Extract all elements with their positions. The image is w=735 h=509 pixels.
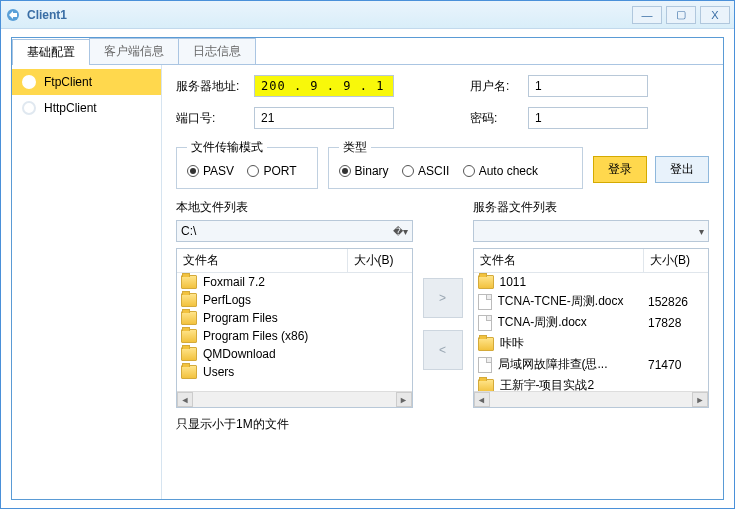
remote-listbox[interactable]: 文件名 大小(B) 1011TCNA-TCNE-周测.docx152826TCN… bbox=[473, 248, 710, 408]
folder-icon bbox=[181, 311, 197, 325]
window-controls: — ▢ X bbox=[632, 6, 730, 24]
port-input[interactable] bbox=[254, 107, 394, 129]
list-item[interactable]: Foxmail 7.2 bbox=[177, 273, 412, 291]
upload-button[interactable]: > bbox=[423, 278, 463, 318]
radio-icon bbox=[187, 165, 199, 177]
item-size: 71470 bbox=[648, 358, 704, 372]
options-row: 文件传输模式 PASV PORT 类型 Binary ASCII Auto ch… bbox=[176, 139, 709, 189]
radio-ascii[interactable]: ASCII bbox=[402, 164, 449, 178]
list-item[interactable]: 1011 bbox=[474, 273, 709, 291]
col-size[interactable]: 大小(B) bbox=[348, 249, 412, 272]
list-item[interactable]: Program Files bbox=[177, 309, 412, 327]
sidebar: FtpClient HttpClient bbox=[12, 65, 162, 499]
list-item[interactable]: QMDownload bbox=[177, 345, 412, 363]
list-item[interactable]: Users bbox=[177, 363, 412, 381]
sidebar-item-label: HttpClient bbox=[44, 101, 97, 115]
list-item[interactable]: 局域网故障排查(思...71470 bbox=[474, 354, 709, 375]
password-input[interactable] bbox=[528, 107, 648, 129]
close-button[interactable]: X bbox=[700, 6, 730, 24]
remote-file-panel: 服务器文件列表 ▾ 文件名 大小(B) 1011TCNA-TCNE-周测 bbox=[473, 199, 710, 408]
item-name: QMDownload bbox=[203, 347, 352, 361]
auth-buttons: 登录 登出 bbox=[593, 156, 709, 189]
sidebar-item-ftpclient[interactable]: FtpClient bbox=[12, 69, 161, 95]
folder-icon bbox=[181, 293, 197, 307]
chevron-down-icon: �▾ bbox=[393, 226, 408, 237]
content-area: 基础配置 客户端信息 日志信息 FtpClient HttpClient bbox=[1, 29, 734, 508]
tab-log-info[interactable]: 日志信息 bbox=[178, 38, 256, 64]
item-name: 咔咔 bbox=[500, 335, 649, 352]
folder-icon bbox=[478, 275, 494, 289]
remote-rows: 1011TCNA-TCNE-周测.docx152826TCNA-周测.docx1… bbox=[474, 273, 709, 396]
folder-icon bbox=[181, 347, 197, 361]
tab-client-info[interactable]: 客户端信息 bbox=[89, 38, 179, 64]
horizontal-scrollbar[interactable]: ◄ ► bbox=[177, 391, 412, 407]
footer-note: 只显示小于1M的文件 bbox=[176, 416, 709, 433]
sidebar-item-httpclient[interactable]: HttpClient bbox=[12, 95, 161, 121]
list-item[interactable]: TCNA-周测.docx17828 bbox=[474, 312, 709, 333]
label-server: 服务器地址: bbox=[176, 78, 246, 95]
login-button[interactable]: 登录 bbox=[593, 156, 647, 183]
local-listbox[interactable]: 文件名 大小(B) Foxmail 7.2PerfLogsProgram Fil… bbox=[176, 248, 413, 408]
radio-icon bbox=[339, 165, 351, 177]
item-size: 152826 bbox=[648, 295, 704, 309]
body: FtpClient HttpClient 服务器地址: 用户名: bbox=[12, 65, 723, 499]
tab-basic-config[interactable]: 基础配置 bbox=[12, 39, 90, 65]
folder-icon bbox=[181, 329, 197, 343]
scroll-left-icon[interactable]: ◄ bbox=[177, 392, 193, 407]
chevron-down-icon: ▾ bbox=[699, 226, 704, 237]
server-address-input[interactable] bbox=[254, 75, 394, 97]
list-header: 文件名 大小(B) bbox=[474, 249, 709, 273]
item-name: Program Files bbox=[203, 311, 352, 325]
item-name: 1011 bbox=[500, 275, 649, 289]
list-item[interactable]: TCNA-TCNE-周测.docx152826 bbox=[474, 291, 709, 312]
item-name: Program Files (x86) bbox=[203, 329, 352, 343]
chevron-right-icon: > bbox=[439, 291, 446, 305]
list-item[interactable]: 咔咔 bbox=[474, 333, 709, 354]
list-header: 文件名 大小(B) bbox=[177, 249, 412, 273]
scroll-left-icon[interactable]: ◄ bbox=[474, 392, 490, 407]
app-icon bbox=[5, 7, 21, 23]
list-item[interactable]: Program Files (x86) bbox=[177, 327, 412, 345]
titlebar[interactable]: Client1 — ▢ X bbox=[1, 1, 734, 29]
list-item[interactable]: PerfLogs bbox=[177, 291, 412, 309]
username-input[interactable] bbox=[528, 75, 648, 97]
download-button[interactable]: < bbox=[423, 330, 463, 370]
radio-binary[interactable]: Binary bbox=[339, 164, 389, 178]
bullet-icon bbox=[22, 75, 36, 89]
label-port: 端口号: bbox=[176, 110, 246, 127]
scroll-right-icon[interactable]: ► bbox=[396, 392, 412, 407]
tab-bar: 基础配置 客户端信息 日志信息 bbox=[12, 38, 723, 65]
scroll-right-icon[interactable]: ► bbox=[692, 392, 708, 407]
radio-autocheck[interactable]: Auto check bbox=[463, 164, 538, 178]
col-size[interactable]: 大小(B) bbox=[644, 249, 708, 272]
row-port: 端口号: 密码: bbox=[176, 107, 709, 129]
item-name: TCNA-周测.docx bbox=[498, 314, 649, 331]
combo-value: C:\ bbox=[181, 224, 196, 238]
logout-button[interactable]: 登出 bbox=[655, 156, 709, 183]
radio-port[interactable]: PORT bbox=[247, 164, 296, 178]
remote-path-combo[interactable]: ▾ bbox=[473, 220, 710, 242]
window-title: Client1 bbox=[27, 8, 632, 22]
remote-title: 服务器文件列表 bbox=[473, 199, 710, 216]
outer-panel: 基础配置 客户端信息 日志信息 FtpClient HttpClient bbox=[11, 37, 724, 500]
bullet-icon bbox=[22, 101, 36, 115]
radio-pasv[interactable]: PASV bbox=[187, 164, 234, 178]
minimize-button[interactable]: — bbox=[632, 6, 662, 24]
app-window: Client1 — ▢ X 基础配置 客户端信息 日志信息 FtpClient bbox=[0, 0, 735, 509]
maximize-button[interactable]: ▢ bbox=[666, 6, 696, 24]
document-icon bbox=[478, 294, 492, 310]
col-name[interactable]: 文件名 bbox=[474, 249, 645, 272]
document-icon bbox=[478, 315, 492, 331]
label-pass: 密码: bbox=[470, 110, 520, 127]
item-name: 局域网故障排查(思... bbox=[498, 356, 649, 373]
fieldset-transfer-mode: 文件传输模式 PASV PORT bbox=[176, 139, 318, 189]
item-name: PerfLogs bbox=[203, 293, 352, 307]
local-rows: Foxmail 7.2PerfLogsProgram FilesProgram … bbox=[177, 273, 412, 381]
item-name: TCNA-TCNE-周测.docx bbox=[498, 293, 649, 310]
folder-icon bbox=[478, 337, 494, 351]
local-title: 本地文件列表 bbox=[176, 199, 413, 216]
item-size: 17828 bbox=[648, 316, 704, 330]
col-name[interactable]: 文件名 bbox=[177, 249, 348, 272]
local-drive-combo[interactable]: C:\ �▾ bbox=[176, 220, 413, 242]
horizontal-scrollbar[interactable]: ◄ ► bbox=[474, 391, 709, 407]
